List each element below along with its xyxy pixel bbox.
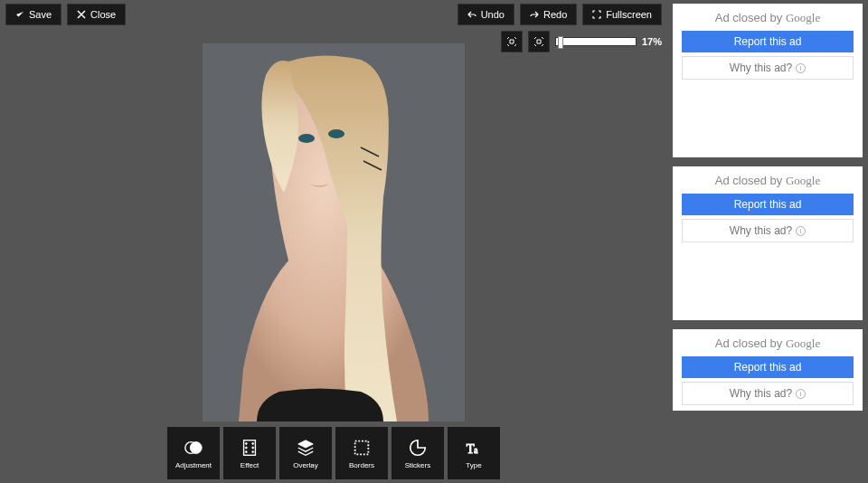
why-ad-button-3[interactable]: Why this ad?i	[682, 382, 854, 405]
effect-icon	[240, 438, 259, 458]
why-ad-button-1[interactable]: Why this ad?i	[682, 56, 854, 80]
ad-panel-1: Ad closed by Google Report this ad Why t…	[673, 4, 863, 157]
image-canvas[interactable]	[203, 43, 465, 421]
svg-point-12	[245, 450, 247, 452]
fullscreen-icon	[592, 10, 601, 19]
svg-point-13	[252, 450, 254, 452]
google-logo-text: Google	[786, 336, 820, 350]
adjustment-icon	[184, 438, 203, 458]
check-icon	[15, 10, 24, 19]
save-label: Save	[29, 9, 52, 20]
svg-point-8	[245, 442, 247, 444]
undo-icon	[467, 10, 476, 19]
close-label: Close	[90, 9, 116, 20]
report-ad-button-3[interactable]: Report this ad	[682, 356, 854, 378]
borders-label: Borders	[349, 461, 374, 469]
svg-text:a: a	[474, 444, 478, 454]
undo-button[interactable]: Undo	[458, 4, 514, 25]
stickers-tool[interactable]: Stickers	[392, 427, 444, 479]
info-icon: i	[796, 63, 806, 73]
photo-content	[203, 43, 465, 421]
toolbar-left: Save Close	[5, 4, 126, 52]
ad-panel-3: Ad closed by Google Report this ad Why t…	[673, 329, 863, 411]
fit-icon	[506, 36, 517, 47]
why-ad-button-2[interactable]: Why this ad?i	[682, 219, 854, 242]
fit-screen-button[interactable]	[501, 31, 523, 52]
svg-point-10	[245, 447, 247, 449]
svg-point-11	[252, 447, 254, 449]
ads-sidebar: Ad closed by Google Report this ad Why t…	[667, 0, 868, 483]
google-logo-text: Google	[786, 174, 820, 187]
undo-label: Undo	[481, 9, 505, 20]
overlay-icon	[296, 438, 316, 458]
zoom-slider-handle[interactable]	[558, 36, 563, 49]
zoom-slider[interactable]	[555, 37, 637, 46]
report-ad-button-2[interactable]: Report this ad	[682, 194, 854, 215]
info-icon: i	[796, 389, 806, 399]
fullscreen-label: Fullscreen	[606, 9, 652, 20]
stickers-icon	[408, 438, 428, 458]
ad-closed-text: Ad closed by Google	[682, 336, 854, 351]
svg-point-2	[328, 129, 344, 138]
zoom-percentage: 17%	[642, 36, 662, 47]
effect-tool[interactable]: Effect	[223, 427, 276, 479]
type-icon: Ta	[464, 438, 484, 458]
svg-point-1	[298, 134, 315, 143]
type-tool[interactable]: Ta Type	[448, 427, 500, 479]
save-button[interactable]: Save	[5, 4, 61, 25]
stickers-label: Stickers	[405, 461, 430, 469]
adjustment-tool[interactable]: Adjustment	[167, 427, 220, 479]
borders-tool[interactable]: Borders	[335, 427, 388, 479]
type-label: Type	[466, 461, 481, 469]
editor-workspace: Save Close Undo Redo Fullscreen	[0, 0, 667, 483]
info-icon: i	[796, 226, 806, 236]
redo-label: Redo	[543, 9, 567, 20]
svg-point-6	[190, 441, 202, 453]
close-button[interactable]: Close	[67, 4, 126, 25]
fullscreen-button[interactable]: Fullscreen	[582, 4, 662, 25]
redo-button[interactable]: Redo	[520, 4, 577, 25]
svg-point-9	[252, 442, 254, 444]
toolbar-right: Undo Redo Fullscreen	[458, 4, 662, 52]
expand-icon	[533, 36, 544, 47]
ad-closed-text: Ad closed by Google	[682, 174, 854, 188]
effect-label: Effect	[241, 461, 259, 469]
overlay-label: Overlay	[293, 461, 318, 469]
borders-icon	[352, 438, 372, 458]
overlay-tool[interactable]: Overlay	[279, 427, 332, 479]
ad-closed-text: Ad closed by Google	[682, 11, 854, 25]
bottom-toolbar: Adjustment Effect Overlay Borders Sticke…	[167, 427, 500, 479]
adjustment-label: Adjustment	[175, 461, 212, 469]
report-ad-button-1[interactable]: Report this ad	[682, 31, 854, 52]
actual-size-button[interactable]	[528, 31, 550, 52]
ad-panel-2: Ad closed by Google Report this ad Why t…	[673, 166, 863, 320]
close-icon	[77, 10, 86, 19]
redo-icon	[530, 10, 539, 19]
svg-rect-14	[355, 440, 369, 454]
google-logo-text: Google	[786, 11, 820, 24]
